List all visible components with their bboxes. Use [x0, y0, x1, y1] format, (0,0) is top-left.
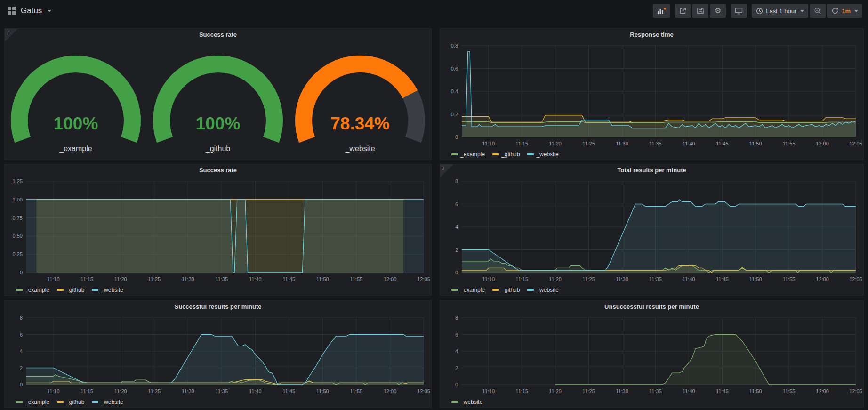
gear-icon: ⚙ [715, 7, 721, 15]
panel-successful-results: Successful results per minute 11:1011:15… [4, 300, 432, 408]
svg-text:11:30: 11:30 [616, 141, 628, 146]
svg-text:1.25: 1.25 [13, 178, 23, 184]
gauge-label: _github [206, 145, 231, 153]
panel-info-icon[interactable]: i [440, 164, 453, 177]
legend-swatch [57, 401, 64, 403]
bar-chart-plus-icon [657, 7, 666, 15]
svg-text:0.6: 0.6 [451, 66, 458, 72]
legend-item-_website[interactable]: _website [92, 399, 123, 405]
legend-swatch [527, 153, 534, 155]
svg-text:11:45: 11:45 [716, 388, 729, 394]
share-button[interactable] [675, 4, 691, 18]
navbar: Gatus ⚙ [0, 0, 868, 22]
legend-swatch [92, 289, 98, 291]
svg-text:12:00: 12:00 [816, 388, 829, 394]
time-range-label: Last 1 hour [766, 8, 796, 15]
legend-item-_example[interactable]: _example [16, 399, 49, 405]
tv-mode-button[interactable] [731, 4, 747, 18]
svg-text:11:45: 11:45 [716, 276, 729, 282]
clock-icon [756, 8, 763, 15]
svg-text:11:40: 11:40 [249, 388, 262, 394]
panel-title[interactable]: Successful results per minute [5, 301, 431, 313]
save-icon [697, 7, 704, 15]
settings-button[interactable]: ⚙ [710, 4, 726, 18]
svg-text:11:45: 11:45 [283, 388, 296, 394]
svg-text:0: 0 [455, 382, 458, 387]
svg-text:12:00: 12:00 [384, 388, 397, 394]
svg-text:6: 6 [455, 332, 458, 338]
legend-item-_website[interactable]: _website [527, 151, 558, 158]
svg-text:11:35: 11:35 [215, 276, 228, 282]
svg-text:11:10: 11:10 [47, 388, 60, 394]
zoom-out-icon [814, 7, 821, 15]
svg-text:0: 0 [455, 134, 458, 140]
gauge-arc: 100% [5, 44, 147, 144]
legend-item-_github[interactable]: _github [492, 151, 520, 158]
legend-item-_website[interactable]: _website [527, 287, 558, 293]
svg-text:11:20: 11:20 [114, 276, 127, 282]
apps-grid-icon[interactable] [8, 7, 16, 15]
svg-text:11:40: 11:40 [249, 276, 262, 282]
gauge-arc: 78.34% [289, 44, 431, 144]
panel-title[interactable]: Success rate [5, 164, 431, 177]
legend-item-_github[interactable]: _github [57, 399, 84, 405]
legend-item-_example[interactable]: _example [451, 151, 485, 158]
legend-item-_example[interactable]: _example [451, 287, 485, 293]
gauge-value: 100% [54, 114, 98, 133]
legend-item-_github[interactable]: _github [492, 287, 520, 293]
refresh-interval-label: 1m [842, 8, 851, 15]
panel-response-time: Response time 11:1011:1511:2011:2511:301… [440, 28, 864, 160]
legend-item-_website[interactable]: _website [92, 287, 123, 293]
gauge-value: 78.34% [330, 114, 390, 133]
panel-unsuccessful-results: Unsuccessful results per minute 11:1011:… [440, 300, 864, 408]
svg-text:11:25: 11:25 [582, 141, 595, 146]
svg-text:11:25: 11:25 [148, 276, 161, 282]
svg-text:11:20: 11:20 [549, 388, 562, 394]
svg-text:12:00: 12:00 [816, 141, 829, 146]
svg-text:12:05: 12:05 [417, 276, 430, 282]
legend-swatch [16, 401, 23, 403]
add-panel-button[interactable] [653, 4, 670, 18]
svg-text:11:20: 11:20 [549, 141, 562, 146]
svg-text:11:35: 11:35 [649, 276, 662, 282]
share-icon [679, 7, 687, 15]
gauge-row: 100%_example100%_github78.34%_website [5, 41, 431, 153]
panel-total-results: i Total results per minute 11:1011:1511:… [440, 164, 864, 296]
time-range-picker[interactable]: Last 1 hour [752, 4, 808, 18]
svg-text:11:55: 11:55 [783, 388, 796, 394]
legend-item-_github[interactable]: _github [57, 287, 84, 293]
svg-text:11:25: 11:25 [582, 388, 595, 394]
legend-item-_example[interactable]: _example [16, 287, 49, 293]
svg-text:12:00: 12:00 [384, 276, 397, 282]
svg-text:11:25: 11:25 [148, 388, 161, 394]
svg-text:6: 6 [455, 201, 458, 207]
panel-title[interactable]: Success rate [5, 29, 431, 41]
legend-swatch [57, 289, 64, 291]
panel-title[interactable]: Unsuccessful results per minute [440, 301, 863, 313]
panel-title[interactable]: Response time [440, 29, 863, 41]
save-button[interactable] [692, 4, 708, 18]
svg-text:11:10: 11:10 [482, 388, 495, 394]
panel-title[interactable]: Total results per minute [440, 164, 863, 177]
svg-text:2: 2 [455, 365, 458, 371]
svg-text:0: 0 [20, 270, 23, 275]
svg-text:0.8: 0.8 [451, 43, 458, 48]
legend-item-_website[interactable]: _website [451, 399, 482, 405]
svg-text:0.25: 0.25 [13, 251, 23, 257]
refresh-button[interactable]: 1m [827, 4, 862, 18]
svg-text:2: 2 [20, 365, 23, 371]
svg-text:11:50: 11:50 [749, 388, 762, 394]
svg-text:6: 6 [20, 332, 23, 338]
dashboard-title[interactable]: Gatus [21, 6, 42, 16]
svg-text:11:40: 11:40 [683, 141, 695, 146]
chart-legend: _website [440, 397, 863, 407]
chevron-down-icon[interactable] [48, 10, 51, 12]
zoom-out-button[interactable] [810, 4, 826, 18]
svg-text:11:50: 11:50 [316, 388, 329, 394]
svg-text:11:50: 11:50 [749, 141, 762, 146]
panel-success-rate-timeseries: Success rate 11:1011:1511:2011:2511:3011… [4, 164, 432, 296]
panel-info-icon[interactable]: i [5, 29, 18, 42]
gauge-label: _website [345, 145, 375, 153]
chart-plot: 11:1011:1511:2011:2511:3011:3511:4011:45… [440, 313, 862, 397]
legend-swatch [451, 153, 458, 155]
